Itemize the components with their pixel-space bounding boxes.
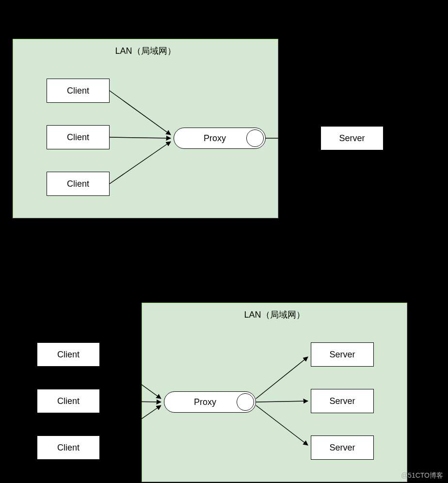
diagram2-proxy-label: Proxy [194,397,216,407]
diagram1-client-1: Client [47,79,110,103]
diagram1-client-2: Client [47,125,110,149]
diagram1-server: Server [320,126,384,150]
diagram2-client-2: Client [37,389,100,413]
diagram1-client-3: Client [47,172,110,196]
watermark: @51CTO博客 [401,471,443,480]
diagram1-proxy: Proxy [174,128,266,149]
diagram2-server-1: Server [311,342,374,367]
diagram2-proxy: Proxy [164,391,256,413]
diagram2-client-1: Client [37,342,100,367]
diagram2-server-2: Server [311,389,374,413]
diagram2-server-3: Server [311,435,374,460]
diagram1-lan-title: LAN（局域网） [13,45,278,57]
diagram2-lan-title: LAN（局域网） [142,309,407,321]
diagram1-proxy-label: Proxy [204,133,226,144]
diagram2-client-3: Client [37,435,100,460]
